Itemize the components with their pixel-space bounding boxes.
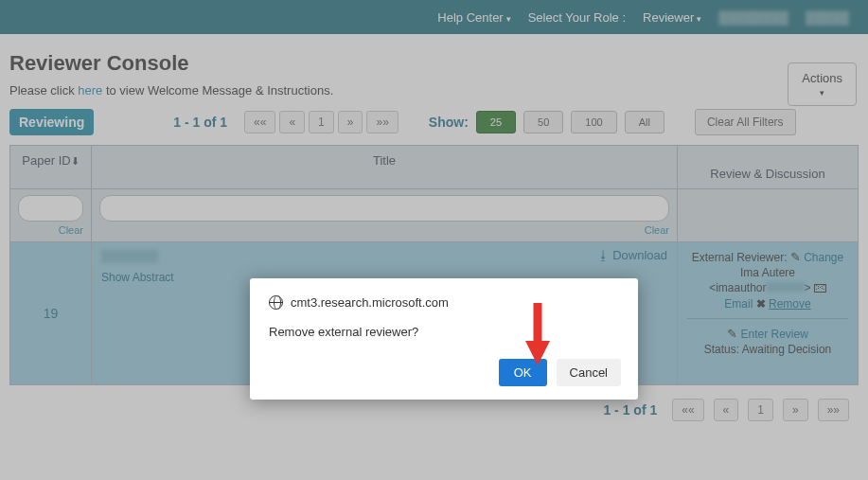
dialog-cancel-button[interactable]: Cancel bbox=[557, 359, 621, 386]
dialog-host: cmt3.research.microsoft.com bbox=[269, 295, 619, 310]
dialog-ok-button[interactable]: OK bbox=[499, 359, 547, 386]
dialog-message: Remove external reviewer? bbox=[269, 325, 619, 339]
globe-icon bbox=[269, 295, 283, 310]
dialog-host-text: cmt3.research.microsoft.com bbox=[291, 295, 449, 310]
confirm-dialog: cmt3.research.microsoft.com Remove exter… bbox=[250, 278, 638, 400]
modal-backdrop bbox=[0, 0, 868, 480]
